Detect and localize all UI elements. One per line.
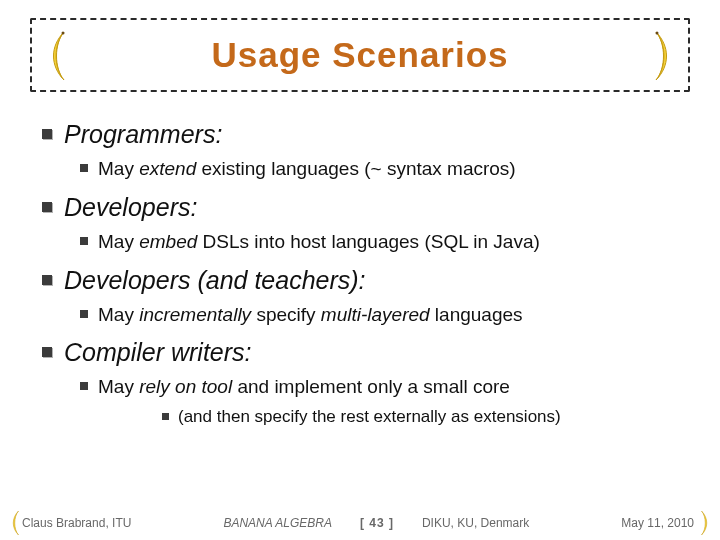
banana-icon [40,28,74,84]
point-compiler-writers: May rely on tool and implement only a sm… [80,375,682,399]
heading-suffix: : [190,193,197,221]
heading-suffix: : [215,120,222,148]
heading-text: Developers [64,193,190,221]
point-emph: rely on tool [139,376,232,397]
heading-compiler-writers: Compiler writers: [42,338,682,367]
point-mid: specify [251,304,321,325]
point-programmers: May extend existing languages (~ syntax … [80,157,682,181]
footer-affil: DIKU, KU, Denmark [422,516,529,530]
heading-developers: Developers: [42,193,682,222]
title-box: Usage Scenarios [30,18,690,92]
point-post: DSLs into host languages (SQL in Java) [197,231,540,252]
footer-date: May 11, 2010 [621,516,694,530]
slide: Usage Scenarios Programmers: May extend … [0,0,720,540]
heading-suffix: : [245,338,252,366]
point-pre: May [98,304,139,325]
point-emph: incrementally [139,304,251,325]
footer-center-group: BANANA ALGEBRA [ 43 ] DIKU, KU, Denmark [223,516,529,530]
heading-tail: (and teachers): [190,266,365,294]
point-post: languages [430,304,523,325]
footer-center: BANANA ALGEBRA [223,516,331,530]
footer: Claus Brabrand, ITU BANANA ALGEBRA [ 43 … [0,506,720,540]
point-pre: May [98,158,139,179]
heading-developers-teachers: Developers (and teachers): [42,266,682,295]
point-post: existing languages (~ syntax macros) [196,158,515,179]
point-emph2: multi-layered [321,304,430,325]
footer-author: Claus Brabrand, ITU [22,516,131,530]
footer-page: [ 43 ] [360,516,394,530]
svg-point-0 [62,32,65,35]
slide-title: Usage Scenarios [211,35,508,75]
banana-icon [646,28,680,84]
subpoint-compiler-writers: (and then specify the rest externally as… [162,407,682,427]
point-emph: extend [139,158,196,179]
heading-programmers: Programmers: [42,120,682,149]
point-pre: May [98,231,139,252]
svg-point-1 [656,32,659,35]
point-emph: embed [139,231,197,252]
point-pre: May [98,376,139,397]
point-developers: May embed DSLs into host languages (SQL … [80,230,682,254]
heading-text: Compiler writers [64,338,245,366]
point-post: and implement only a small core [232,376,510,397]
content-body: Programmers: May extend existing languag… [42,108,682,427]
heading-text: Developers [64,266,190,294]
heading-text: Programmers [64,120,215,148]
point-developers-teachers: May incrementally specify multi-layered … [80,303,682,327]
